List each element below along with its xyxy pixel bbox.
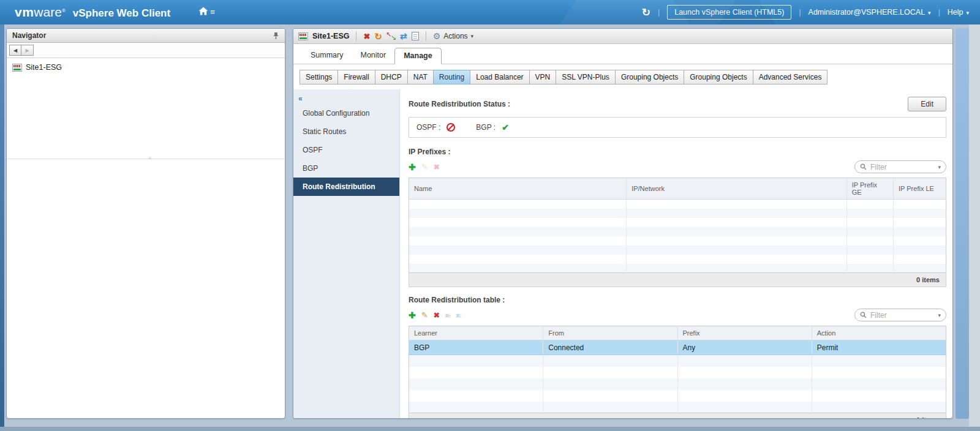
route-redistribution-content: Route Redistribution Status : Edit OSPF …	[400, 89, 952, 418]
redeploy-icon[interactable]: ↻	[374, 32, 382, 41]
delete-x-icon[interactable]: ✖	[434, 163, 440, 171]
empty-row	[409, 367, 946, 378]
sidenav-ospf[interactable]: OSPF	[293, 141, 399, 159]
col-header-learner[interactable]: Learner	[409, 326, 543, 340]
chevron-down-icon: ▾	[471, 33, 474, 39]
subtab-ssl-vpn-plus[interactable]: SSL VPN-Plus	[556, 70, 616, 84]
col-header-prefix[interactable]: Prefix	[677, 326, 812, 340]
empty-row	[409, 227, 946, 236]
subtab-grouping-objects-2[interactable]: Grouping Objects	[684, 70, 753, 84]
separator	[356, 31, 356, 41]
denied-icon	[447, 123, 455, 132]
cell-prefix: Any	[677, 340, 812, 355]
tab-manage[interactable]: Manage	[394, 48, 442, 64]
add-icon[interactable]: ✚	[409, 162, 416, 172]
cell-learner: BGP	[409, 340, 543, 355]
search-icon	[860, 163, 867, 170]
ospf-status-label: OSPF :	[417, 123, 440, 132]
brand-vm: vm	[15, 5, 34, 20]
product-title: vSphere Web Client	[73, 7, 170, 20]
tab-summary[interactable]: Summary	[302, 48, 352, 64]
search-icon	[860, 312, 867, 318]
col-header-action[interactable]: Action	[812, 326, 946, 340]
navigator-header: Navigator	[7, 29, 285, 43]
col-header-ip-prefix-ge[interactable]: IP Prefix GE	[846, 178, 893, 200]
edge-gateway-icon	[12, 64, 22, 72]
table-row-selected[interactable]: BGP Connected Any Permit	[409, 340, 946, 355]
col-header-name[interactable]: Name	[409, 178, 627, 200]
subtab-advanced-services[interactable]: Advanced Services	[753, 70, 828, 84]
chevron-down-icon: ▾	[928, 10, 931, 16]
redistribution-table-heading: Route Redistribution table :	[409, 296, 946, 304]
empty-row	[409, 218, 946, 227]
subtab-dhcp[interactable]: DHCP	[375, 70, 408, 84]
edit-pencil-icon[interactable]: ✎	[421, 162, 428, 171]
add-icon[interactable]: ✚	[409, 310, 416, 320]
home-button[interactable]: ≡	[198, 7, 215, 18]
subtab-vpn[interactable]: VPN	[529, 70, 557, 84]
redistribution-table: Learner From Prefix Action BGP Connected…	[409, 326, 946, 413]
transfer-arrows-icon[interactable]: ⇄	[400, 32, 407, 40]
move-down-icon[interactable]: ≡↓	[456, 312, 461, 319]
actions-label: Actions	[443, 32, 467, 40]
chevron-down-icon[interactable]: ▾	[938, 164, 941, 170]
filter-placeholder: Filter	[870, 311, 887, 320]
delete-x-icon[interactable]: ✖	[434, 311, 440, 320]
help-menu[interactable]: Help ▾	[948, 8, 969, 17]
routing-side-nav: « Global Configuration Static Routes OSP…	[293, 89, 400, 418]
forward-button[interactable]: ▶	[21, 45, 34, 56]
redistribution-toolbar: ✚ ✎ ✖ ≡↑ ≡↓ Filter ▾	[409, 309, 946, 321]
splitter-grip-icon: ≡	[146, 157, 154, 160]
empty-row	[409, 200, 946, 209]
subtab-grouping-objects-1[interactable]: Grouping Objects	[615, 70, 684, 84]
subtab-firewall[interactable]: Firewall	[337, 70, 375, 84]
force-sync-icon[interactable]: ↖ ↘	[386, 32, 396, 40]
tree-item-label: Site1-ESG	[26, 63, 62, 72]
pin-icon[interactable]	[273, 32, 279, 40]
empty-row	[409, 355, 946, 367]
subtab-nat[interactable]: NAT	[407, 70, 434, 84]
chevron-down-icon: ▾	[966, 10, 969, 16]
ip-prefixes-table: Name IP/Network IP Prefix GE IP Prefix L…	[409, 178, 946, 273]
separator	[426, 31, 426, 41]
empty-row	[409, 245, 946, 255]
subtab-settings[interactable]: Settings	[300, 70, 338, 84]
delete-icon[interactable]: ✖	[363, 32, 370, 40]
cell-action: Permit	[812, 340, 946, 355]
navigator-splitter[interactable]: ≡	[7, 159, 284, 159]
actions-menu[interactable]: ⚙ Actions ▾	[433, 31, 473, 41]
empty-row	[409, 390, 946, 402]
chevron-down-icon[interactable]: ▾	[938, 312, 941, 318]
subtab-routing[interactable]: Routing	[433, 70, 470, 84]
collapse-sidenav-icon[interactable]: «	[293, 93, 399, 104]
vmware-logo: vmware® vSphere Web Client	[15, 5, 170, 20]
ip-prefixes-heading: IP Prefixes :	[409, 148, 946, 156]
subtab-load-balancer[interactable]: Load Balancer	[470, 70, 529, 84]
edit-button[interactable]: Edit	[908, 97, 946, 111]
status-heading: Route Redistribution Status :	[409, 100, 510, 108]
brand-ware: ware	[34, 5, 62, 20]
sidenav-static-routes[interactable]: Static Routes	[293, 122, 399, 141]
edge-gateway-icon	[298, 32, 308, 40]
main-panel: Site1-ESG ✖ ↻ ↖ ↘ ⇄ ⚙ Actions ▾ Summary …	[293, 28, 953, 419]
sidenav-bgp[interactable]: BGP	[293, 159, 399, 178]
back-button[interactable]: ◀	[9, 45, 21, 56]
navigator-tree: Site1-ESG	[7, 58, 285, 77]
col-header-ip-prefix-le[interactable]: IP Prefix LE	[894, 178, 946, 200]
col-header-ip-network[interactable]: IP/Network	[627, 178, 847, 200]
tab-monitor[interactable]: Monitor	[352, 48, 394, 64]
edit-pencil-icon[interactable]: ✎	[421, 310, 428, 320]
notes-icon[interactable]	[412, 32, 419, 40]
user-menu[interactable]: Administrator@VSPHERE.LOCAL ▾	[809, 8, 931, 17]
check-icon: ✔	[502, 122, 509, 132]
redistribution-filter-input[interactable]: Filter ▾	[854, 309, 946, 321]
empty-row	[409, 264, 946, 273]
navigator-history-bar: ◀ ▶	[7, 43, 285, 58]
sidenav-global-configuration[interactable]: Global Configuration	[293, 104, 399, 122]
tree-item-site1-esg[interactable]: Site1-ESG	[12, 63, 279, 72]
sidenav-route-redistribution[interactable]: Route Redistribution	[293, 178, 399, 196]
ip-prefixes-filter-input[interactable]: Filter ▾	[854, 160, 946, 173]
move-up-icon[interactable]: ≡↑	[445, 312, 450, 319]
empty-row	[409, 209, 946, 218]
col-header-from[interactable]: From	[543, 326, 677, 340]
